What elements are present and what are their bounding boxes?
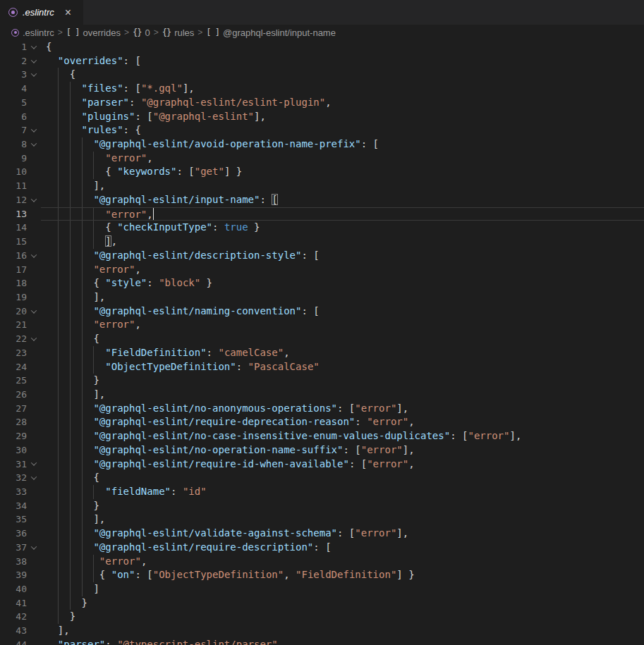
code-line[interactable]: 11 ],: [0, 179, 644, 193]
code-line[interactable]: 21 "error",: [0, 318, 644, 332]
code-line[interactable]: 42 }: [0, 610, 644, 624]
code-text[interactable]: "error",: [41, 318, 644, 332]
breadcrumb-item[interactable]: [ ]overrides: [66, 27, 121, 38]
code-line[interactable]: 8 "@graphql-eslint/avoid-operation-name-…: [0, 137, 644, 152]
code-text[interactable]: "@graphql-eslint/no-case-insensitive-enu…: [41, 429, 644, 443]
line-number[interactable]: 5: [0, 96, 27, 110]
code-line[interactable]: 20 "@graphql-eslint/naming-convention": …: [0, 305, 644, 319]
line-number[interactable]: 19: [0, 290, 27, 305]
code-line[interactable]: 31 "@graphql-eslint/require-id-when-avai…: [0, 457, 644, 472]
fold-chevron-icon[interactable]: [27, 332, 41, 346]
code-text[interactable]: "FieldDefinition": "camelCase",: [41, 346, 644, 360]
line-number[interactable]: 26: [0, 388, 27, 402]
code-text[interactable]: "overrides": [: [41, 54, 644, 68]
code-line[interactable]: 25 }: [0, 374, 644, 388]
code-text[interactable]: "rules": {: [41, 123, 644, 137]
code-text[interactable]: {: [41, 40, 644, 54]
code-text[interactable]: "parser": "@graphql-eslint/eslint-plugin…: [41, 96, 644, 110]
code-line[interactable]: 37 "@graphql-eslint/require-description"…: [0, 541, 644, 555]
code-text[interactable]: { "checkInputType": true }: [41, 221, 644, 235]
code-text[interactable]: ],: [41, 290, 644, 305]
code-text[interactable]: "plugins": ["@graphql-eslint"],: [41, 110, 644, 124]
line-number[interactable]: 7: [0, 123, 27, 137]
code-line[interactable]: 23 "FieldDefinition": "camelCase",: [0, 346, 644, 360]
code-line[interactable]: 16 "@graphql-eslint/description-style": …: [0, 249, 644, 263]
code-line[interactable]: 34 }: [0, 499, 644, 513]
code-line[interactable]: 15 ],: [0, 235, 644, 249]
line-number[interactable]: 10: [0, 165, 27, 179]
code-text[interactable]: "@graphql-eslint/require-description": [: [41, 541, 644, 555]
fold-chevron-icon[interactable]: [27, 471, 41, 485]
code-text[interactable]: ]: [41, 582, 644, 596]
code-text[interactable]: "fieldName": "id": [41, 485, 644, 499]
line-number[interactable]: 22: [0, 332, 27, 346]
fold-chevron-icon[interactable]: [27, 249, 41, 263]
line-number[interactable]: 39: [0, 568, 27, 582]
line-number[interactable]: 15: [0, 235, 27, 249]
code-text[interactable]: "ObjectTypeDefinition": "PascalCase": [41, 360, 644, 374]
line-number[interactable]: 29: [0, 429, 27, 443]
line-number[interactable]: 35: [0, 512, 27, 527]
line-number[interactable]: 37: [0, 541, 27, 555]
code-line[interactable]: 32 {: [0, 471, 644, 485]
line-number[interactable]: 20: [0, 305, 27, 319]
code-line[interactable]: 18 { "style": "block" }: [0, 276, 644, 290]
fold-chevron-icon[interactable]: [27, 40, 41, 54]
code-line[interactable]: 38 "error",: [0, 555, 644, 569]
line-number[interactable]: 30: [0, 443, 27, 457]
line-number[interactable]: 3: [0, 68, 27, 82]
line-number[interactable]: 1: [0, 40, 27, 54]
code-line[interactable]: 5 "parser": "@graphql-eslint/eslint-plug…: [0, 96, 644, 110]
code-text[interactable]: "parser": "@typescript-eslint/parser": [41, 638, 644, 645]
code-line[interactable]: 1{: [0, 40, 644, 54]
code-line[interactable]: 7 "rules": {: [0, 123, 644, 137]
line-number[interactable]: 14: [0, 221, 27, 235]
fold-chevron-icon[interactable]: [27, 137, 41, 152]
code-text[interactable]: {: [41, 68, 644, 82]
close-icon[interactable]: ×: [65, 7, 71, 18]
code-text[interactable]: }: [41, 499, 644, 513]
line-number[interactable]: 41: [0, 596, 27, 610]
code-text[interactable]: ],: [41, 179, 644, 193]
line-number[interactable]: 36: [0, 527, 27, 541]
code-line[interactable]: 19 ],: [0, 290, 644, 305]
code-text[interactable]: "@graphql-eslint/no-operation-name-suffi…: [41, 443, 644, 457]
code-line[interactable]: 17 "error",: [0, 263, 644, 277]
code-text[interactable]: ],: [41, 235, 644, 249]
line-number[interactable]: 23: [0, 346, 27, 360]
code-line[interactable]: 3 {: [0, 68, 644, 82]
code-line[interactable]: 12 "@graphql-eslint/input-name": [: [0, 193, 644, 207]
code-text[interactable]: {: [41, 332, 644, 346]
line-number[interactable]: 40: [0, 582, 27, 596]
code-text[interactable]: { "on": ["ObjectTypeDefinition", "FieldD…: [41, 568, 644, 582]
fold-chevron-icon[interactable]: [27, 54, 41, 68]
code-text[interactable]: "files": ["*.gql"],: [41, 82, 644, 96]
code-line[interactable]: 6 "plugins": ["@graphql-eslint"],: [0, 110, 644, 124]
code-line[interactable]: 43 ],: [0, 624, 644, 638]
code-line[interactable]: 27 "@graphql-eslint/no-anonymous-operati…: [0, 402, 644, 416]
code-line[interactable]: 30 "@graphql-eslint/no-operation-name-su…: [0, 443, 644, 457]
line-number[interactable]: 4: [0, 82, 27, 96]
line-number[interactable]: 24: [0, 360, 27, 374]
code-line[interactable]: 41 }: [0, 596, 644, 610]
line-number[interactable]: 34: [0, 499, 27, 513]
code-text[interactable]: }: [41, 374, 644, 388]
code-text[interactable]: "@graphql-eslint/input-name": [: [41, 193, 644, 207]
code-line[interactable]: 44 "parser": "@typescript-eslint/parser": [0, 638, 644, 645]
line-number[interactable]: 32: [0, 471, 27, 485]
fold-chevron-icon[interactable]: [27, 193, 41, 207]
line-number[interactable]: 9: [0, 152, 27, 166]
line-number[interactable]: 43: [0, 624, 27, 638]
code-line[interactable]: 13 "error",: [0, 207, 644, 221]
code-line[interactable]: 40 ]: [0, 582, 644, 596]
code-text[interactable]: "@graphql-eslint/validate-against-schema…: [41, 527, 644, 541]
code-text[interactable]: "@graphql-eslint/naming-convention": [: [41, 305, 644, 319]
code-text[interactable]: "@graphql-eslint/avoid-operation-name-pr…: [41, 137, 644, 152]
code-text[interactable]: { "keywords": ["get"] }: [41, 165, 644, 179]
code-line[interactable]: 33 "fieldName": "id": [0, 485, 644, 499]
code-line[interactable]: 2 "overrides": [: [0, 54, 644, 68]
fold-chevron-icon[interactable]: [27, 305, 41, 319]
code-text[interactable]: ],: [41, 388, 644, 402]
line-number[interactable]: 18: [0, 276, 27, 290]
code-text[interactable]: {: [41, 471, 644, 485]
